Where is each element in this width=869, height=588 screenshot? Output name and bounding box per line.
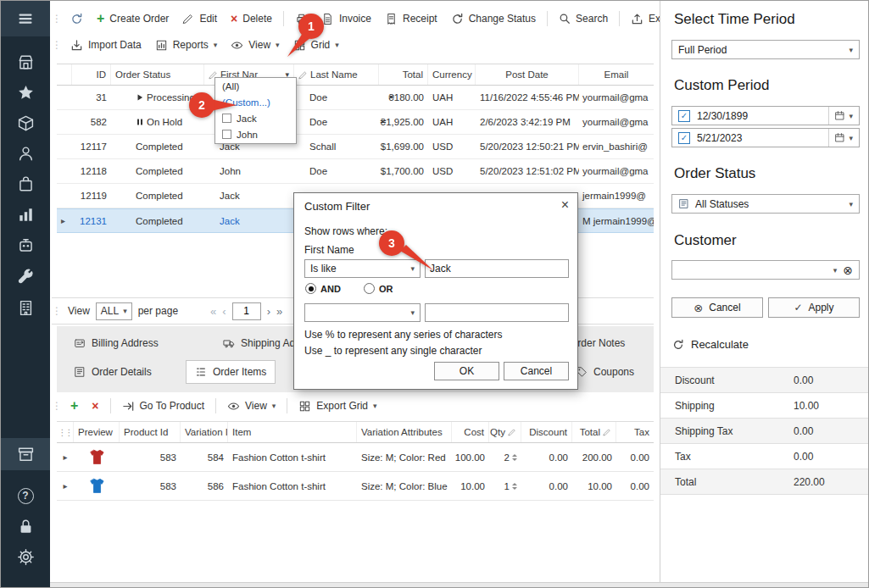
time-period-select[interactable]: Full Period▾ [671,40,860,59]
cell-qty[interactable]: 1 [489,472,521,500]
sidebar-item-tools[interactable] [1,262,50,292]
column-header-post-date[interactable]: Post Date [476,64,579,85]
column-header-currency[interactable]: Currency [428,64,476,85]
sidebar-item-company[interactable] [1,292,50,323]
column-header-cost[interactable]: Cost [452,422,489,442]
go-to-product-button[interactable]: Go To Product [117,397,210,416]
order-row[interactable]: 31 Processing Doe ₴180.00 UAH 11/16/2022… [57,86,654,110]
tab-billing-address[interactable]: Billing Address [65,331,167,355]
view-button[interactable]: View▾ [226,36,284,55]
checkbox[interactable] [222,130,231,139]
date-picker-button[interactable]: ▾ [828,107,853,125]
receipt-button[interactable]: Receipt [380,9,443,29]
next-page-button[interactable]: › [267,305,270,318]
row-expander-icon[interactable]: ▸ [61,216,65,225]
filter-value-input[interactable] [425,259,569,278]
customer-select[interactable]: ▾⊗ [671,260,860,280]
sidebar-item-settings[interactable] [1,541,50,572]
date-from-checkbox[interactable]: ✓ [678,110,690,122]
column-header-preview[interactable]: Preview [74,422,120,442]
cell-total[interactable]: 200.00 [572,443,616,471]
cell-total[interactable]: 10.00 [572,472,616,500]
ok-button[interactable]: OK [434,362,499,380]
sidebar-item-store[interactable] [1,47,50,77]
change-status-button[interactable]: Change Status [446,9,541,29]
dialog-close-button[interactable]: × [561,197,569,213]
delete-button[interactable]: ×Delete [226,9,277,28]
row-expander-icon[interactable]: ▸ [63,452,67,462]
last-page-button[interactable]: » [276,305,282,318]
recalculate-button[interactable]: Recalculate [672,338,749,351]
edit-button[interactable]: Edit [177,9,222,28]
column-header-variation-id[interactable]: Variation Id [181,422,228,442]
prev-page-button[interactable]: ‹ [222,305,226,318]
toolbar-grip[interactable]: ⋮ [52,13,62,25]
remove-item-button[interactable]: × [86,397,103,415]
sidebar-item-lock[interactable] [1,511,50,541]
and-radio[interactable]: AND [305,283,341,294]
order-status-select[interactable]: All Statuses▾ [671,194,860,214]
tab-coupons[interactable]: Coupons [567,360,643,384]
sidebar-menu-button[interactable] [1,1,50,36]
sidebar-item-plugins[interactable] [1,230,50,260]
or-radio[interactable]: OR [364,283,393,294]
import-data-button[interactable]: Import Data [65,36,147,55]
date-to-field[interactable]: ✓ 5/21/2023 ▾ [671,128,860,147]
toolbar-separator [287,398,287,413]
sidebar-item-products[interactable] [1,108,50,138]
refresh-button[interactable] [65,9,88,29]
filter-value2-input[interactable] [425,303,569,322]
date-from-field[interactable]: ✓ 12/30/1899 ▾ [671,106,860,125]
first-page-button[interactable]: « [210,305,216,318]
column-header-item[interactable]: Item [228,422,357,442]
column-header-qty[interactable]: Qty [489,422,521,442]
sidebar-item-help[interactable]: ? [1,480,50,511]
operator2-select[interactable]: ▾ [304,303,421,322]
order-row[interactable]: 582 On Hold Doe ₴1,925.00 UAH 2/6/2023 3… [57,110,654,135]
sidebar-item-sales[interactable] [1,169,50,199]
date-to-checkbox[interactable]: ✓ [678,132,690,144]
item-row[interactable]: ▸ 583 584 Fashion Cotton t-shirt Size: M… [57,443,654,472]
create-order-button[interactable]: +Create Order [92,8,174,29]
column-header-tax[interactable]: Tax [616,422,654,442]
tab-order-items[interactable]: Order Items [186,360,276,384]
qty-stepper[interactable] [512,480,517,492]
toolbar-grip[interactable]: ⋮ [52,305,62,317]
column-header-attributes[interactable]: Variation Attributes [357,422,452,442]
column-header-order-status[interactable]: Order Status [111,64,204,85]
tab-order-details[interactable]: Order Details [65,360,160,384]
search-button[interactable]: Search [554,9,613,28]
filter-option-john[interactable]: John [215,126,296,142]
sidebar-item-favorites[interactable] [1,77,50,108]
date-picker-button[interactable]: ▾ [828,129,853,147]
items-view-button[interactable]: View▾ [222,397,281,416]
page-size-select[interactable]: ALL▾ [96,302,132,320]
toolbar-grip[interactable]: ⋮ [52,400,62,412]
bottom-scrollbar-strip[interactable] [50,582,869,588]
sidebar-item-customers[interactable] [1,138,50,169]
add-item-button[interactable]: + [65,396,83,416]
column-header-product-id[interactable]: Product Id [120,422,181,442]
cell-qty[interactable]: 2 [489,443,521,471]
dialog-cancel-button[interactable]: Cancel [504,362,569,380]
sidebar-item-reports[interactable] [1,199,50,230]
page-input[interactable] [232,302,261,320]
order-row[interactable]: 12117 Completed Jack Schall $1,699.00 US… [57,135,654,159]
row-expander-icon[interactable]: ▸ [63,481,67,491]
sidebar-item-orders[interactable] [1,438,50,470]
column-header-total[interactable]: Total [379,64,428,85]
filter-cancel-button[interactable]: ⊗Cancel [671,297,763,318]
column-header-total[interactable]: Total [572,422,616,442]
export-grid-button[interactable]: Export Grid▾ [293,397,382,416]
toolbar-grip[interactable]: ⋮ [52,39,62,51]
clear-customer-button[interactable]: ⊗ [843,263,853,277]
order-row[interactable]: 12118 Completed John Doe $1,700.00 USD 5… [57,159,654,184]
qty-stepper[interactable] [512,452,517,463]
item-row[interactable]: ▸ 583 586 Fashion Cotton t-shirt Size: M… [57,472,654,501]
column-header-id[interactable]: ID [72,64,111,85]
apply-button[interactable]: ✓Apply [768,297,860,318]
reports-button[interactable]: Reports▾ [150,36,223,55]
column-header-last-name[interactable]: Last Name [294,64,379,85]
column-header-discount[interactable]: Discount [521,422,572,442]
column-header-email[interactable]: Email [579,64,654,85]
